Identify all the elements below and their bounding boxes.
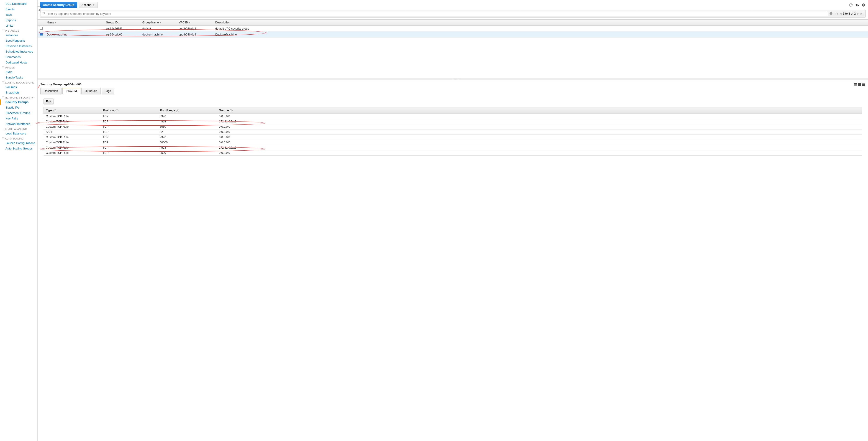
security-groups-table: Name▾ Group ID▴ Group Name▾ VPC ID▾ Desc… — [38, 19, 868, 38]
search-help-icon[interactable]: ? — [829, 11, 833, 16]
rule-protocol: TCP — [103, 136, 160, 139]
column-vpc-id[interactable]: VPC ID▾ — [179, 21, 215, 24]
refresh-icon[interactable] — [849, 3, 853, 7]
sort-icon: ▾ — [160, 22, 161, 24]
rule-protocol: TCP — [103, 115, 160, 118]
edit-button[interactable]: Edit — [43, 99, 54, 104]
tab-inbound[interactable]: Inbound — [62, 88, 81, 95]
pager-last-icon[interactable]: ▶| — [861, 12, 863, 15]
table-row[interactable]: sg-3942d35fdefaultvpc-b04bf0d4default VP… — [38, 26, 868, 32]
column-group-id[interactable]: Group ID▴ — [106, 21, 143, 24]
sidebar-item-limits[interactable]: Limits — [0, 23, 37, 28]
help-icon[interactable]: ? — [862, 3, 866, 7]
rule-type: Custom TCP Rule — [46, 115, 103, 118]
info-icon[interactable]: i — [176, 109, 179, 112]
search-input[interactable] — [46, 12, 826, 15]
sidebar-heading-instances[interactable]: −INSTANCES — [0, 28, 37, 33]
rule-port: 8080 — [160, 125, 219, 128]
toolbar: Create Security Group Actions ▼ ? — [38, 0, 868, 10]
sidebar-item-spot-requests[interactable]: Spot Requests — [0, 38, 37, 43]
info-icon[interactable]: i — [53, 109, 56, 112]
sidebar-item-snapshots[interactable]: Snapshots — [0, 90, 37, 95]
layout-split-icon[interactable] — [858, 83, 861, 86]
column-description[interactable]: Description — [215, 21, 866, 24]
sidebar-item-scheduled-instances[interactable]: Scheduled Instances — [0, 49, 37, 55]
search-bar: ? |◀ ◀ 1 to 2 of 2 ▶ ▶| — [40, 10, 866, 18]
collapse-icon: − — [2, 66, 4, 69]
sidebar-item-load-balancers[interactable]: Load Balancers — [0, 131, 37, 136]
rule-source: 0.0.0.0/0 — [219, 125, 860, 128]
chevron-down-icon: ▼ — [93, 4, 95, 6]
gear-icon[interactable] — [855, 3, 859, 7]
rule-source: 0.0.0.0/0 — [219, 141, 860, 144]
rule-row: Custom TCP RuleTCP500000.0.0.0/0 — [43, 140, 862, 145]
rule-row: Custom TCP RuleTCP4524172.31.0.0/16 — [43, 119, 862, 124]
info-icon[interactable]: i — [230, 109, 232, 112]
pager-next-icon[interactable]: ▶ — [857, 12, 859, 15]
column-group-name[interactable]: Group Name▾ — [143, 21, 179, 24]
sidebar-item-reports[interactable]: Reports — [0, 18, 37, 23]
sidebar-heading-images[interactable]: −IMAGES — [0, 65, 37, 69]
cell-vpc-id: vpc-b04bf0d4 — [179, 33, 215, 36]
create-security-group-button[interactable]: Create Security Group — [40, 2, 77, 8]
sort-icon: ▾ — [189, 22, 190, 24]
sidebar-item-events[interactable]: Events — [0, 7, 37, 12]
svg-text:?: ? — [863, 4, 864, 6]
cell-group-name: docker-machine — [143, 33, 179, 36]
rule-type: Custom TCP Rule — [46, 151, 103, 155]
sidebar-item-ec2-dashboard[interactable]: EC2 Dashboard — [0, 1, 37, 7]
sidebar-heading-auto-scaling[interactable]: −AUTO SCALING — [0, 136, 37, 140]
pager: |◀ ◀ 1 to 2 of 2 ▶ ▶| — [834, 12, 865, 15]
sidebar-item-tags[interactable]: Tags — [0, 12, 37, 18]
main-panel: ◀ Create Security Group Actions ▼ ? — [38, 0, 868, 441]
sidebar-item-elastic-ips[interactable]: Elastic IPs — [0, 105, 37, 110]
sidebar-item-security-groups[interactable]: Security Groups — [0, 99, 37, 105]
table-row[interactable]: Docker machinesg-664cdd00docker-machinev… — [38, 32, 868, 38]
row-checkbox[interactable] — [40, 33, 42, 35]
collapse-icon: − — [2, 81, 4, 84]
sidebar-item-dedicated-hosts[interactable]: Dedicated Hosts — [0, 60, 37, 65]
sidebar-heading-network-security[interactable]: −NETWORK & SECURITY — [0, 95, 37, 99]
cell-name: Docker machine — [47, 33, 106, 36]
layout-bottom-icon[interactable] — [862, 83, 865, 86]
rule-source: 0.0.0.0/0 — [219, 136, 860, 139]
collapse-sidebar-icon[interactable]: ◀ — [38, 6, 40, 13]
sidebar-item-placement-groups[interactable]: Placement Groups — [0, 110, 37, 116]
sidebar-item-reserved-instances[interactable]: Reserved Instances — [0, 43, 37, 49]
rule-source: 0.0.0.0/0 — [219, 115, 860, 118]
row-checkbox[interactable] — [40, 27, 42, 30]
pager-prev-icon[interactable]: ◀ — [839, 12, 842, 15]
sidebar-item-key-pairs[interactable]: Key Pairs — [0, 116, 37, 121]
rule-row: Custom TCP RuleTCP33760.0.0.0/0 — [43, 114, 862, 119]
collapse-icon: − — [2, 97, 4, 99]
rule-port: 4523 — [160, 146, 219, 149]
collapse-icon: − — [2, 137, 4, 140]
tab-description[interactable]: Description — [40, 88, 62, 95]
sidebar-item-bundle-tasks[interactable]: Bundle Tasks — [0, 75, 37, 80]
search-input-wrapper[interactable] — [41, 11, 828, 16]
sidebar-item-commands[interactable]: Commands — [0, 55, 37, 60]
sidebar-item-amis[interactable]: AMIs — [0, 69, 37, 75]
cell-group-id: sg-3942d35f — [106, 27, 143, 30]
rule-protocol: TCP — [103, 151, 160, 155]
sidebar-item-launch-configurations[interactable]: Launch Configurations — [0, 140, 37, 146]
sidebar-item-network-interfaces[interactable]: Network Interfaces — [0, 121, 37, 127]
layout-top-icon[interactable] — [854, 83, 857, 86]
cell-group-name: default — [143, 27, 179, 30]
sidebar-item-volumes[interactable]: Volumes — [0, 84, 37, 90]
actions-dropdown[interactable]: Actions ▼ — [79, 2, 98, 8]
rule-type: Custom TCP Rule — [46, 125, 103, 128]
sidebar-item-auto-scaling-groups[interactable]: Auto Scaling Groups — [0, 146, 37, 151]
sidebar-heading-load-balancing[interactable]: −LOAD BALANCING — [0, 127, 37, 131]
tab-tags[interactable]: Tags — [102, 88, 114, 95]
rule-port: 22 — [160, 130, 219, 134]
column-name[interactable]: Name▾ — [47, 21, 106, 24]
info-icon[interactable]: i — [116, 109, 119, 112]
sidebar-heading-elastic-block-store[interactable]: −ELASTIC BLOCK STORE — [0, 80, 37, 84]
pager-first-icon[interactable]: |◀ — [835, 12, 838, 15]
sidebar-item-instances[interactable]: Instances — [0, 33, 37, 38]
tab-outbound[interactable]: Outbound — [81, 88, 101, 95]
cell-description: default VPC security group — [215, 27, 866, 30]
splitter[interactable] — [38, 78, 868, 80]
rule-row: SSHTCP220.0.0.0/0 — [43, 130, 862, 135]
